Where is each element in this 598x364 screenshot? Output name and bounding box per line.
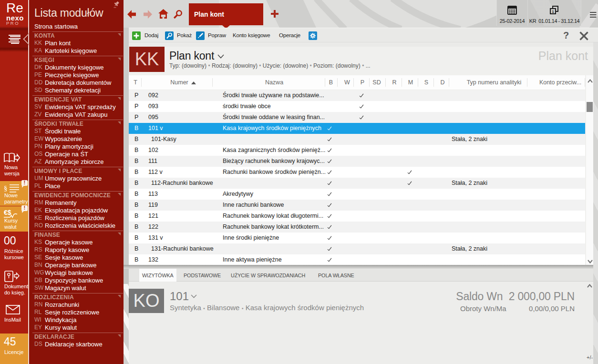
svg-text:1: 1 [552,10,554,14]
svg-text:€$: €$ [4,209,11,216]
svg-text:§: § [4,184,8,192]
